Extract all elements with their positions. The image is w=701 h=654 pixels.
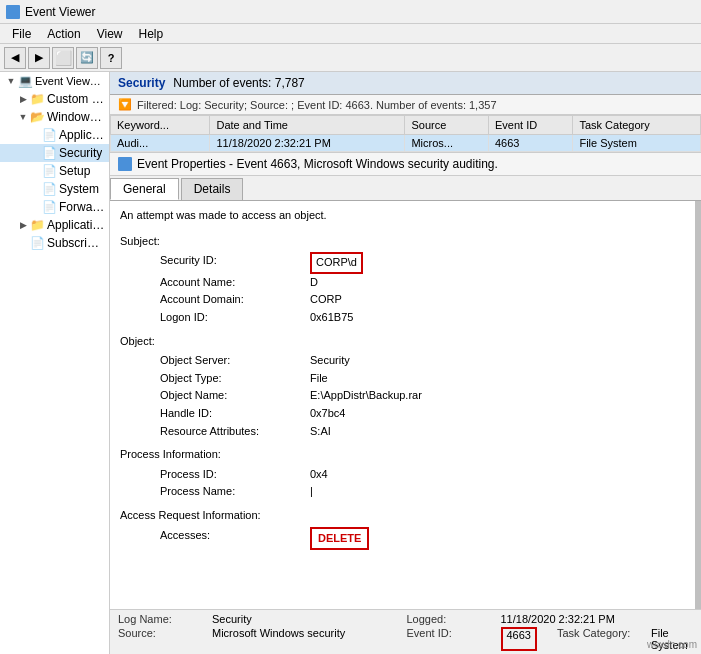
obj-type-label: Object Type: [160,370,310,388]
handle-id-value: 0x7bc4 [310,405,345,423]
cell-datetime: 11/18/2020 2:32:21 PM [210,135,405,152]
account-name-value: D [310,274,318,292]
subject-title: Subject: [120,233,685,251]
col-keyword[interactable]: Keyword... [111,116,210,135]
logged-value: 11/18/2020 2:32:21 PM [501,613,615,625]
process-id-row: Process ID: 0x4 [120,466,685,484]
fwd-log-icon: 📄 [42,200,56,214]
obj-name-label: Object Name: [160,387,310,405]
sidebar-item-custom-views[interactable]: ▶ 📁 Custom Views [0,90,109,108]
sidebar-label-setup: Setup [59,164,90,178]
back-button[interactable]: ◀ [4,47,26,69]
system-log-icon: 📄 [42,182,56,196]
table-row[interactable]: Audi... 11/18/2020 2:32:21 PM Micros... … [111,135,701,152]
footer-logged-row: Logged: 11/18/2020 2:32:21 PM [407,613,694,625]
logon-id-label: Logon ID: [160,309,310,327]
setup-expander [28,164,42,178]
sidebar-root[interactable]: ▼ 💻 Event Viewer (Local) [0,72,109,90]
props-icon [118,157,132,171]
sidebar-label-applications: Applications... [47,218,105,232]
menu-bar: File Action View Help [0,24,701,44]
custom-views-expander: ▶ [16,92,30,106]
right-panel: Security Number of events: 7,787 🔽 Filte… [110,72,701,654]
main-layout: ▼ 💻 Event Viewer (Local) ▶ 📁 Custom View… [0,72,701,654]
col-source[interactable]: Source [405,116,489,135]
sidebar-item-setup[interactable]: 📄 Setup [0,162,109,180]
account-domain-value: CORP [310,291,342,309]
logged-label: Logged: [407,613,497,625]
sidebar-item-applications[interactable]: ▶ 📁 Applications... [0,216,109,234]
sidebar-item-forwarded[interactable]: 📄 Forwardu... [0,198,109,216]
col-taskcategory[interactable]: Task Category [573,116,701,135]
eventid-footer-value: 4663 [501,627,537,651]
refresh-button[interactable]: 🔄 [76,47,98,69]
accesses-label: Accesses: [160,527,310,551]
sidebar-item-subscriptions[interactable]: 📄 Subscriptio... [0,234,109,252]
process-id-value: 0x4 [310,466,328,484]
help-button[interactable]: ? [100,47,122,69]
title-bar-text: Event Viewer [25,5,95,19]
source-label: Source: [118,627,208,651]
windows-logs-expander: ▼ [16,110,30,124]
sidebar-label-windows-logs: Windows Logs [47,110,105,124]
root-expander: ▼ [4,74,18,88]
menu-view[interactable]: View [89,25,131,43]
sidebar-label-security: Security [59,146,102,160]
menu-file[interactable]: File [4,25,39,43]
access-section: Access Request Information: Accesses: DE… [120,507,685,550]
security-expander [28,146,42,160]
account-name-label: Account Name: [160,274,310,292]
account-domain-row: Account Domain: CORP [120,291,685,309]
obj-type-value: File [310,370,328,388]
security-panel-title: Security [118,76,165,90]
col-eventid[interactable]: Event ID [488,116,572,135]
table-header-row: Keyword... Date and Time Source Event ID… [111,116,701,135]
up-button[interactable]: ⬜ [52,47,74,69]
sidebar-label-custom-views: Custom Views [47,92,105,106]
folder-icon: 📁 [30,92,44,106]
system-expander [28,182,42,196]
tab-general[interactable]: General [110,178,179,200]
process-name-value: | [310,483,313,501]
logname-value: Security [212,613,252,625]
computer-icon: 💻 [18,74,32,88]
menu-help[interactable]: Help [131,25,172,43]
setup-log-icon: 📄 [42,164,56,178]
tabs-row: General Details [110,176,701,201]
detail-intro-text: An attempt was made to access an object. [120,207,685,225]
event-table-area: Keyword... Date and Time Source Event ID… [110,115,701,153]
forward-button[interactable]: ▶ [28,47,50,69]
security-id-value: CORP\d [310,252,363,274]
footer-info: Log Name: Security Logged: 11/18/2020 2:… [110,609,701,654]
folder-open-icon: 📂 [30,110,44,124]
obj-name-row: Object Name: E:\AppDistr\Backup.rar [120,387,685,405]
subject-section: Subject: Security ID: CORP\d Account Nam… [120,233,685,327]
event-props-header: Event Properties - Event 4663, Microsoft… [110,153,701,176]
security-log-icon: 📄 [42,146,56,160]
process-name-label: Process Name: [160,483,310,501]
apps-folder-icon: 📁 [30,218,44,232]
resource-attr-value: S:AI [310,423,331,441]
cell-eventid: 4663 [488,135,572,152]
event-detail: An attempt was made to access an object.… [110,201,701,609]
col-datetime[interactable]: Date and Time [210,116,405,135]
menu-action[interactable]: Action [39,25,88,43]
sidebar-label-application: Application [59,128,105,142]
security-id-label: Security ID: [160,252,310,274]
sidebar-label-subscriptions: Subscriptio... [47,236,105,250]
event-table: Keyword... Date and Time Source Event ID… [110,115,701,152]
sidebar-item-windows-logs[interactable]: ▼ 📂 Windows Logs [0,108,109,126]
tab-details[interactable]: Details [181,178,244,200]
app-icon [6,5,20,19]
handle-id-label: Handle ID: [160,405,310,423]
sidebar-item-system[interactable]: 📄 System [0,180,109,198]
obj-name-value: E:\AppDistr\Backup.rar [310,387,422,405]
obj-server-value: Security [310,352,350,370]
sidebar-item-application[interactable]: 📄 Application [0,126,109,144]
process-id-label: Process ID: [160,466,310,484]
apps-expander: ▶ [16,218,30,232]
filter-bar: 🔽 Filtered: Log: Security; Source: ; Eve… [110,95,701,115]
account-domain-label: Account Domain: [160,291,310,309]
sidebar-item-security[interactable]: 📄 Security [0,144,109,162]
resource-attr-row: Resource Attributes: S:AI [120,423,685,441]
